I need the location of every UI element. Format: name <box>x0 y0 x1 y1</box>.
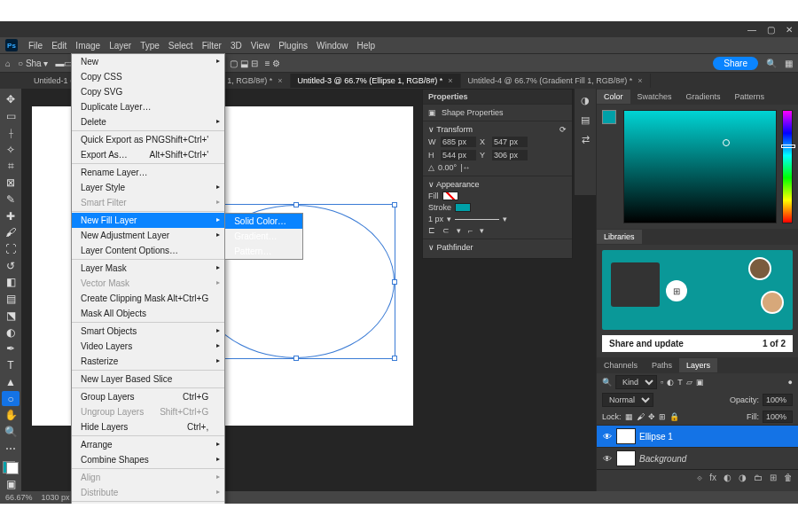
eyedropper-tool-icon[interactable]: ✎ <box>2 192 20 207</box>
collapsed-history-icon[interactable]: ▤ <box>577 112 593 128</box>
filter-toggle[interactable]: ● <box>788 378 793 387</box>
layer-menu[interactable]: NewCopy CSSCopy SVGDuplicate Layer…Delet… <box>71 53 225 504</box>
hue-slider[interactable] <box>782 110 793 223</box>
visibility-icon[interactable]: 👁 <box>602 432 613 442</box>
share-button[interactable]: Share <box>713 57 758 70</box>
tab-paths[interactable]: Paths <box>645 358 679 372</box>
blend-mode-select[interactable]: Normal <box>602 393 653 407</box>
tab-gradients[interactable]: Gradients <box>679 90 728 104</box>
filter-smart-icon[interactable]: ▣ <box>696 378 704 387</box>
menu-item[interactable]: New Fill LayerSolid Color…Gradient…Patte… <box>72 213 224 228</box>
collapsed-swatches-icon[interactable]: ⇄ <box>577 131 593 147</box>
close-tab-icon[interactable]: × <box>278 76 282 85</box>
fill-input[interactable] <box>763 411 793 423</box>
mask-icon[interactable]: ◐ <box>724 473 732 482</box>
fg-bg-swatches[interactable] <box>602 110 618 126</box>
prop-x[interactable]: 547 px <box>492 137 528 147</box>
menu-file[interactable]: File <box>24 39 47 52</box>
menu-item[interactable]: Smart Objects <box>72 324 224 339</box>
menu-select[interactable]: Select <box>164 39 198 52</box>
document-tab[interactable]: Untitled-3 @ 66.7% (Ellipse 1, RGB/8#) *… <box>291 74 461 88</box>
menu-item[interactable]: Duplicate Layer… <box>72 99 224 114</box>
libraries-panel[interactable]: ⊞ Share and update1 of 2 <box>597 245 798 357</box>
dodge-tool-icon[interactable]: ◐ <box>2 325 20 340</box>
cap-round-icon[interactable]: ⊂ <box>442 226 450 235</box>
brush-tool-icon[interactable]: 🖌 <box>2 225 20 240</box>
prop-angle[interactable]: 0.00° <box>438 163 457 172</box>
marquee-tool-icon[interactable]: ▭ <box>2 109 20 124</box>
menu-item[interactable]: Mask All Objects <box>72 306 224 321</box>
menu-edit[interactable]: Edit <box>47 39 71 52</box>
blur-tool-icon[interactable]: ⬔ <box>2 309 20 324</box>
lasso-tool-icon[interactable]: ⟊ <box>2 125 20 140</box>
gradient-tool-icon[interactable]: ▤ <box>2 292 20 307</box>
fill-swatch[interactable] <box>442 192 458 200</box>
fx-icon[interactable]: fx <box>709 473 716 482</box>
cap-butt-icon[interactable]: ⊏ <box>428 226 435 235</box>
eraser-tool-icon[interactable]: ◧ <box>2 275 20 290</box>
path-select-icon[interactable]: ▲ <box>2 374 20 389</box>
pen-tool-icon[interactable]: ✒ <box>2 341 20 356</box>
menu-help[interactable]: Help <box>353 39 380 52</box>
submenu-item[interactable]: Solid Color… <box>225 214 302 229</box>
lock-all-icon[interactable]: 🔒 <box>669 412 679 421</box>
tab-swatches[interactable]: Swatches <box>630 90 679 104</box>
close-tab-icon[interactable]: × <box>448 76 452 85</box>
menu-item[interactable]: Layer Mask <box>72 261 224 276</box>
stamp-tool-icon[interactable]: ⛶ <box>2 242 20 257</box>
menu-layer[interactable]: Layer <box>105 39 136 52</box>
group-icon[interactable]: 🗀 <box>754 473 763 482</box>
zoom-readout[interactable]: 66.67% <box>5 493 33 502</box>
max-button[interactable]: ▢ <box>767 25 775 35</box>
reset-icon[interactable]: ⟳ <box>559 125 567 134</box>
shape-tool-dropdown[interactable]: ○ Sha ▾ <box>18 59 48 68</box>
new-layer-icon[interactable]: ⊞ <box>770 473 777 482</box>
home-icon[interactable]: ⌂ <box>5 59 11 68</box>
layer-row[interactable]: 👁Ellipse 1 <box>597 425 798 447</box>
menu-image[interactable]: Image <box>71 39 105 52</box>
menu-item[interactable]: Copy SVG <box>72 84 224 99</box>
collapsed-adjustments-icon[interactable]: ◑ <box>577 92 593 108</box>
menu-item[interactable]: Lock Layers…Ctrl+/ <box>72 503 224 504</box>
history-brush-icon[interactable]: ↺ <box>2 258 20 273</box>
tab-libraries[interactable]: Libraries <box>597 230 642 244</box>
menu-window[interactable]: Window <box>312 39 353 52</box>
opacity-input[interactable] <box>763 394 793 406</box>
lock-trans-icon[interactable]: ▦ <box>625 412 633 421</box>
lock-paint-icon[interactable]: 🖌 <box>637 412 645 421</box>
type-tool-icon[interactable]: T <box>2 358 20 373</box>
move-tool-icon[interactable]: ✥ <box>2 92 20 107</box>
submenu-item[interactable]: Pattern… <box>225 244 302 259</box>
menu-item[interactable]: Layer Content Options… <box>72 243 224 258</box>
menu-item[interactable]: Delete <box>72 114 224 129</box>
lock-nested-icon[interactable]: ⊞ <box>659 412 666 421</box>
wand-tool-icon[interactable]: ✧ <box>2 142 20 157</box>
menu-plugins[interactable]: Plugins <box>274 39 312 52</box>
prop-width[interactable]: 685 px <box>441 137 476 147</box>
close-button[interactable]: ✕ <box>786 25 793 35</box>
menu-item[interactable]: Combine Shapes <box>72 452 224 467</box>
layer-kind-select[interactable]: Kind <box>615 375 657 389</box>
color-swatches-icon[interactable] <box>3 461 19 474</box>
tab-channels[interactable]: Channels <box>597 358 645 372</box>
layer-row[interactable]: 👁Background <box>597 447 798 469</box>
layers-panel[interactable]: 🔍Kind ▫ ◐ T ▱ ▣ ● Normal Opacity: Lock: … <box>597 373 798 491</box>
tab-layers[interactable]: Layers <box>679 358 717 372</box>
search-icon[interactable]: 🔍 <box>765 59 778 68</box>
menu-item[interactable]: Group LayersCtrl+G <box>72 389 224 404</box>
filter-adjust-icon[interactable]: ◐ <box>667 378 674 387</box>
menu-item[interactable]: New <box>72 54 224 69</box>
menu-filter[interactable]: Filter <box>198 39 226 52</box>
stroke-width[interactable]: 1 px <box>428 215 443 223</box>
hand-tool-icon[interactable]: ✋ <box>2 408 20 423</box>
submenu-item[interactable]: Gradient… <box>225 229 302 244</box>
menu-item[interactable]: Export As…Alt+Shift+Ctrl+' <box>72 147 224 162</box>
menu-3d[interactable]: 3D <box>226 39 246 52</box>
menu-item[interactable]: New Adjustment Layer <box>72 228 224 243</box>
menu-item[interactable]: Video Layers <box>72 339 224 354</box>
filter-shape-icon[interactable]: ▱ <box>686 378 692 387</box>
healing-tool-icon[interactable]: ✚ <box>2 208 20 223</box>
delete-layer-icon[interactable]: 🗑 <box>784 473 793 482</box>
ellipse-tool-icon[interactable]: ○ <box>2 391 20 406</box>
menu-item[interactable]: Create Clipping MaskAlt+Ctrl+G <box>72 291 224 306</box>
